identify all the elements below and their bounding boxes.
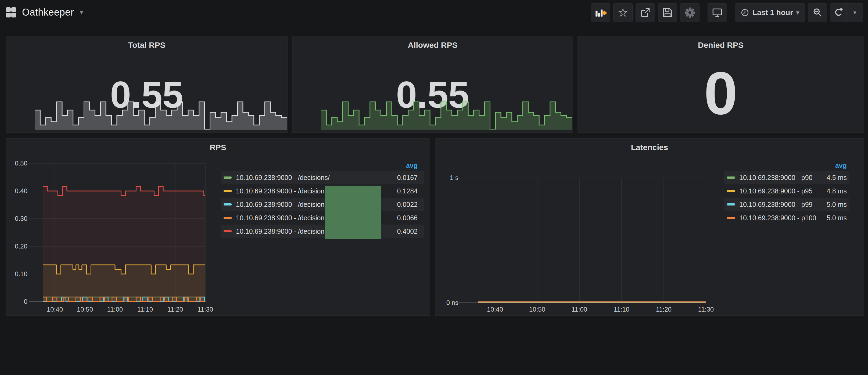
legend-row: 10.10.69.238:9000 - /decisions/0.4002 [221,225,424,238]
legend-row: 10.10.69.238:9000 - /decisions/0.0066 [221,211,424,225]
save-icon [662,7,673,18]
time-range-label: Last 1 hour [752,8,793,17]
panel-title[interactable]: Total RPS [6,40,287,50]
dashboard-grid-icon[interactable] [5,7,17,18]
refresh-icon [833,7,844,18]
sparkline [35,97,287,130]
panel-latencies-graph: Latencies 10:4010:5011:0011:1011:2011:30… [435,138,864,316]
dashboard-settings-button[interactable] [680,3,700,22]
legend-row: 10.10.69.238:9000 - /decisions/0.1284 [221,184,424,198]
refresh-button-group: ▾ [830,3,863,22]
legend-avg-value: 5.0 ms [827,214,847,222]
stat-value: 0 [578,63,864,124]
legend-series-label[interactable]: 10.10.69.238:9000 - /decisions/ [236,174,393,182]
dashboard-title-caret-icon[interactable]: ▾ [80,9,83,16]
legend-avg-value: 0.1284 [397,187,417,195]
cycle-view-mode-button[interactable] [708,3,727,22]
time-range-caret-icon: ▾ [796,9,799,16]
add-panel-icon [594,7,607,18]
panel-denied-rps: Denied RPS 0 [578,36,864,133]
grafana-dashboard: Oathkeeper ▾ [0,0,868,375]
legend-series-swatch[interactable] [727,177,735,179]
rps-legend: avg 10.10.69.238:9000 - /decisions/0.016… [221,160,424,238]
y-axis-tick-label: 0 ns [434,299,459,307]
tv-monitor-icon [712,7,723,18]
x-axis-tick-label: 11:20 [645,306,683,313]
star-icon: ☆ [618,7,628,19]
y-axis-tick-label: 0.30 [3,215,27,222]
legend-series-swatch[interactable] [727,190,735,192]
panel-allowed-rps: Allowed RPS 0.55 [292,36,573,133]
panel-title[interactable]: Denied RPS [578,40,864,50]
legend-avg-header[interactable]: avg [406,162,417,169]
zoom-out-magnifier-icon [812,7,823,18]
x-axis-tick-label: 10:50 [518,306,556,313]
green-overlay-artifact [325,186,381,239]
dashboard-title[interactable]: Oathkeeper [22,7,74,18]
y-axis-tick-label: 0.20 [3,243,27,250]
share-icon [640,7,651,18]
legend-row: 10.10.69.238:9000 - /decisions/0.0167 [221,171,424,184]
legend-series-swatch[interactable] [224,190,231,192]
legend-series-label[interactable]: 10.10.69.238:9000 - p90 [739,174,822,182]
latencies-legend: avg 10.10.69.238:9000 - p904.5 ms10.10.6… [724,160,849,225]
legend-row: 10.10.69.238:9000 - p954.8 ms [724,184,849,198]
legend-series-swatch[interactable] [224,217,231,219]
legend-avg-value: 0.0022 [397,201,417,209]
legend-row: 10.10.69.238:9000 - p904.5 ms [724,171,849,184]
sparkline [321,97,572,130]
panel-title[interactable]: RPS [6,143,430,152]
panel-title[interactable]: Latencies [435,143,864,152]
time-range-picker[interactable]: Last 1 hour ▾ [735,3,805,22]
refresh-button[interactable] [830,3,846,22]
legend-row: 10.10.69.238:9000 - p995.0 ms [724,198,849,211]
legend-avg-value: 5.0 ms [827,201,847,209]
x-axis-tick-label: 11:00 [561,306,598,313]
legend-row: 10.10.69.238:9000 - p1005.0 ms [724,211,849,225]
add-panel-button[interactable] [591,3,610,22]
legend-series-label[interactable]: 10.10.69.238:9000 - p100 [739,214,822,222]
panel-total-rps: Total RPS 0.55 [6,36,288,133]
x-axis-tick-label: 11:30 [186,306,224,313]
y-axis-tick-label: 1 s [434,174,459,182]
star-dashboard-button[interactable]: ☆ [613,3,632,22]
y-axis-tick-label: 0 [3,298,27,306]
legend-series-swatch[interactable] [727,204,735,206]
x-axis-tick-label: 10:40 [476,306,514,313]
navbar: Oathkeeper ▾ [0,0,868,27]
legend-avg-value: 0.0167 [397,174,417,182]
legend-series-swatch[interactable] [224,177,231,179]
zoom-out-button[interactable] [808,3,827,22]
panel-title[interactable]: Allowed RPS [293,40,573,50]
y-axis-tick-label: 0.50 [3,160,27,167]
legend-series-swatch[interactable] [224,230,231,232]
x-axis-tick-label: 11:10 [603,306,640,313]
share-dashboard-button[interactable] [636,3,655,22]
gear-icon [684,7,695,18]
legend-series-swatch[interactable] [224,204,231,206]
legend-avg-value: 4.8 ms [827,187,847,195]
legend-row: 10.10.69.238:9000 - /decisions/0.0022 [221,198,424,211]
refresh-interval-caret-button[interactable]: ▾ [847,3,863,22]
legend-series-label[interactable]: 10.10.69.238:9000 - p95 [739,187,822,195]
y-axis-tick-label: 0.10 [3,270,27,278]
clock-icon [741,8,749,17]
y-axis-tick-label: 0.40 [3,187,27,195]
legend-avg-value: 4.5 ms [827,174,847,182]
x-axis-tick-label: 11:30 [687,306,725,313]
toolbar: ☆ [588,3,863,22]
legend-series-swatch[interactable] [727,217,735,219]
panel-rps-graph: RPS 10:4010:5011:0011:1011:2011:300.500.… [6,138,430,316]
save-dashboard-button[interactable] [658,3,677,22]
legend-avg-value: 0.0066 [397,214,417,222]
caret-down-icon: ▾ [853,9,856,16]
legend-series-label[interactable]: 10.10.69.238:9000 - p99 [739,201,822,209]
legend-avg-header[interactable]: avg [835,162,847,169]
legend-avg-value: 0.4002 [397,227,417,235]
